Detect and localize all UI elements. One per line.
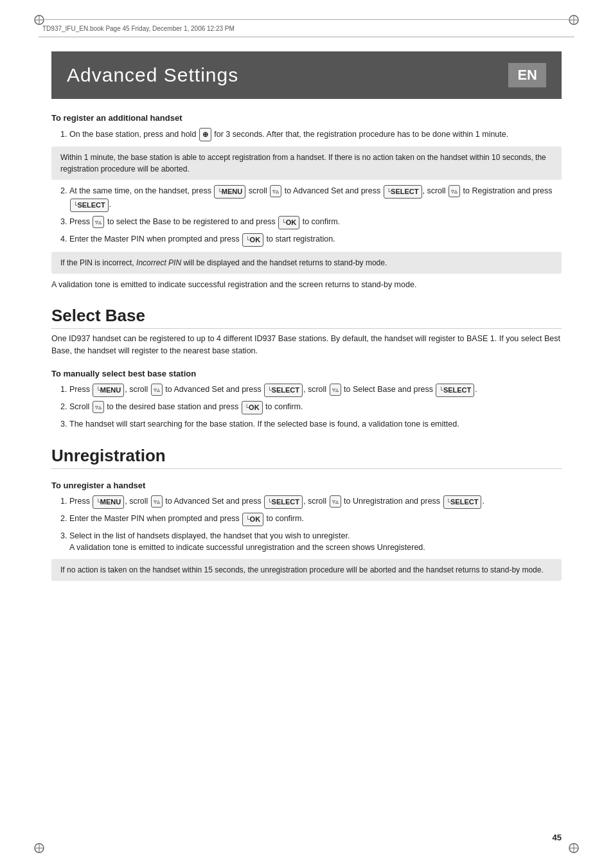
register-step-3: Press ▿▵ to select the Base to be regist…	[69, 216, 562, 229]
register-steps: On the base station, press and hold ⊕ fo…	[51, 128, 562, 141]
register-step-4: Enter the Master PIN when prompted and p…	[69, 233, 562, 247]
select-base-step-1: Press └MENU, scroll ▿▵ to Advanced Set a…	[69, 384, 562, 397]
scroll-icon-6: ▿▵	[93, 401, 104, 413]
ok-button-4: └OK	[242, 513, 263, 526]
unregistration-steps: Press └MENU, scroll ▿▵ to Advanced Set a…	[51, 495, 562, 554]
scroll-icon-8: ▿▵	[330, 495, 341, 508]
note-text-1: Within 1 minute, the base station is abl…	[60, 153, 546, 173]
scroll-icon-4: ▿▵	[151, 384, 163, 396]
select-button-2: └SELECT	[70, 199, 109, 212]
select-button-4: └SELECT	[436, 384, 474, 397]
scroll-icon-1: ▿▵	[270, 185, 281, 197]
section-register: To register an additional handset On the…	[51, 113, 562, 290]
section-unregistration: Unregistration To unregister a handset P…	[51, 446, 562, 581]
select-button-6: └SELECT	[443, 495, 482, 509]
select-base-step-2: Scroll ▿▵ to the desired base station an…	[69, 401, 562, 414]
menu-button: └MENU	[214, 185, 245, 199]
note-box-2: If the PIN is incorrect, Incorrect PIN w…	[51, 252, 562, 274]
select-base-heading: To manually select best base station	[51, 369, 562, 378]
menu-button-3: └MENU	[93, 495, 124, 509]
select-base-step-3: The handset will start searching for the…	[69, 418, 562, 430]
validation-note: A validation tone is emitted to indicate…	[51, 279, 562, 291]
strip-text: TD937_IFU_EN.book Page 45 Friday, Decemb…	[42, 25, 235, 32]
register-step-2: At the same time, on the handset, press …	[69, 185, 562, 212]
ok-button-3: └OK	[242, 401, 263, 414]
note-box-1: Within 1 minute, the base station is abl…	[51, 146, 562, 180]
note-text-2b: will be displayed and the handset return…	[181, 258, 387, 267]
ok-button-2: └OK	[242, 233, 263, 247]
title-banner: Advanced Settings EN	[51, 51, 562, 99]
corner-marker-bl	[33, 842, 45, 854]
scroll-icon-7: ▿▵	[151, 495, 163, 508]
page-title: Advanced Settings	[67, 64, 238, 86]
unreg-step-1: Press └MENU, scroll ▿▵ to Advanced Set a…	[69, 495, 562, 509]
incorrect-pin-text: Incorrect PIN	[136, 258, 181, 267]
select-button-5: └SELECT	[264, 495, 303, 509]
section-register-heading: To register an additional handset	[51, 113, 562, 123]
unreg-step-3: Select in the list of handsets displayed…	[69, 530, 562, 554]
register-steps-cont: At the same time, on the handset, press …	[51, 185, 562, 247]
unreg-step-2: Enter the Master PIN when prompted and p…	[69, 513, 562, 526]
menu-button-2: └MENU	[93, 384, 124, 397]
ok-button-1: └OK	[278, 216, 299, 229]
select-button-1: └SELECT	[384, 185, 422, 199]
scroll-icon-2: ▿▵	[449, 185, 460, 197]
page: TD937_IFU_EN.book Page 45 Friday, Decemb…	[0, 0, 613, 868]
note-box-3: If no action is taken on the handset wit…	[51, 559, 562, 581]
base-button-icon: ⊕	[199, 128, 211, 141]
section-select-base: Select Base One ID937 handset can be reg…	[51, 306, 562, 430]
scroll-icon-5: ▿▵	[330, 384, 341, 396]
unregistration-title: Unregistration	[51, 446, 562, 469]
select-button-3: └SELECT	[264, 384, 303, 397]
top-strip: TD937_IFU_EN.book Page 45 Friday, Decemb…	[39, 19, 574, 37]
scroll-icon-3: ▿▵	[93, 216, 104, 228]
note-text-3: If no action is taken on the handset wit…	[60, 565, 544, 574]
select-base-intro: One ID937 handset can be registered to u…	[51, 333, 562, 357]
select-base-title: Select Base	[51, 306, 562, 329]
page-number: 45	[553, 833, 562, 842]
register-step-1: On the base station, press and hold ⊕ fo…	[69, 128, 562, 141]
note-text-2a: If the PIN is incorrect,	[60, 258, 136, 267]
lang-badge: EN	[508, 63, 546, 87]
select-base-steps: Press └MENU, scroll ▿▵ to Advanced Set a…	[51, 384, 562, 430]
unregistration-heading: To unregister a handset	[51, 481, 562, 490]
corner-marker-br	[568, 842, 580, 854]
